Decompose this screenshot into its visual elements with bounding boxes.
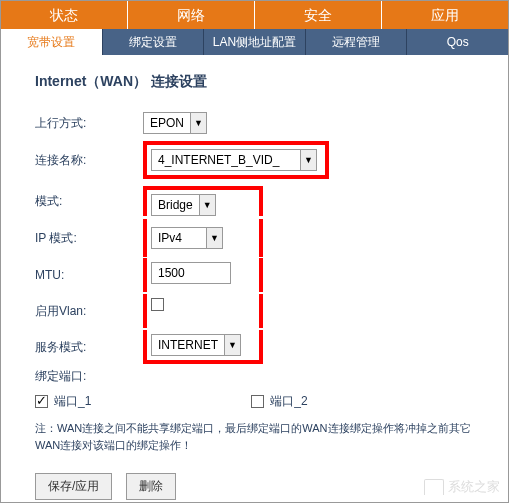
- checkbox-port-1[interactable]: [35, 395, 48, 408]
- tab-status[interactable]: 状态: [1, 1, 128, 29]
- highlight-form-group: [143, 294, 263, 328]
- main-tabs: 状态 网络 安全 应用: [1, 1, 508, 29]
- chevron-down-icon: ▼: [190, 113, 206, 133]
- subtab-remote-mgmt[interactable]: 远程管理: [306, 29, 408, 55]
- label-ip-mode: IP 模式:: [35, 230, 143, 247]
- subtab-binding[interactable]: 绑定设置: [103, 29, 205, 55]
- port-2-label: 端口_2: [270, 393, 307, 410]
- tab-network[interactable]: 网络: [128, 1, 255, 29]
- watermark: 系统之家: [424, 478, 500, 496]
- checkbox-port-2[interactable]: [251, 395, 264, 408]
- content-area: Internet（WAN） 连接设置 上行方式: EPON ▼ 连接名称: 4_…: [1, 55, 508, 503]
- subtab-qos[interactable]: Qos: [407, 29, 508, 55]
- page-title: Internet（WAN） 连接设置: [35, 73, 488, 91]
- chevron-down-icon: ▼: [300, 150, 316, 170]
- chevron-down-icon: ▼: [199, 195, 215, 215]
- ports-row: 端口_1 端口_2: [35, 393, 488, 410]
- select-uplink[interactable]: EPON ▼: [143, 112, 207, 134]
- select-uplink-value: EPON: [144, 116, 190, 130]
- select-conn-name[interactable]: 4_INTERNET_B_VID_ ▼: [151, 149, 317, 171]
- select-ip-mode-value: IPv4: [152, 231, 206, 245]
- watermark-text: 系统之家: [448, 478, 500, 496]
- highlight-form-group: Bridge ▼: [143, 186, 263, 216]
- label-bind-port: 绑定端口:: [35, 368, 143, 385]
- highlight-conn-name: 4_INTERNET_B_VID_ ▼: [143, 141, 329, 179]
- highlight-form-group: IPv4 ▼: [143, 219, 263, 257]
- chevron-down-icon: ▼: [224, 335, 240, 355]
- select-service-mode-value: INTERNET: [152, 338, 224, 352]
- select-mode[interactable]: Bridge ▼: [151, 194, 216, 216]
- select-conn-name-value: 4_INTERNET_B_VID_: [152, 153, 300, 167]
- select-ip-mode[interactable]: IPv4 ▼: [151, 227, 223, 249]
- label-mode: 模式:: [35, 193, 143, 210]
- select-mode-value: Bridge: [152, 198, 199, 212]
- label-mtu: MTU:: [35, 268, 143, 282]
- subtab-broadband[interactable]: 宽带设置: [1, 29, 103, 55]
- save-button[interactable]: 保存/应用: [35, 473, 112, 500]
- highlight-form-group: [143, 258, 263, 292]
- select-service-mode[interactable]: INTERNET ▼: [151, 334, 241, 356]
- port-1-label: 端口_1: [54, 393, 91, 410]
- chevron-down-icon: ▼: [206, 228, 222, 248]
- subtab-lan-config[interactable]: LAN侧地址配置: [204, 29, 306, 55]
- label-enable-vlan: 启用Vlan:: [35, 303, 143, 320]
- sub-tabs: 宽带设置 绑定设置 LAN侧地址配置 远程管理 Qos: [1, 29, 508, 55]
- highlight-form-group: INTERNET ▼: [143, 330, 263, 364]
- house-icon: [424, 479, 444, 495]
- note-text: 注：WAN连接之间不能共享绑定端口，最后绑定端口的WAN连接绑定操作将冲掉之前其…: [35, 420, 488, 453]
- label-service-mode: 服务模式:: [35, 339, 143, 356]
- button-row: 保存/应用 删除: [35, 473, 488, 500]
- input-mtu[interactable]: [151, 262, 231, 284]
- checkbox-enable-vlan[interactable]: [151, 298, 164, 311]
- delete-button[interactable]: 删除: [126, 473, 176, 500]
- label-uplink: 上行方式:: [35, 115, 143, 132]
- label-conn-name: 连接名称:: [35, 152, 143, 169]
- tab-security[interactable]: 安全: [255, 1, 382, 29]
- tab-application[interactable]: 应用: [382, 1, 508, 29]
